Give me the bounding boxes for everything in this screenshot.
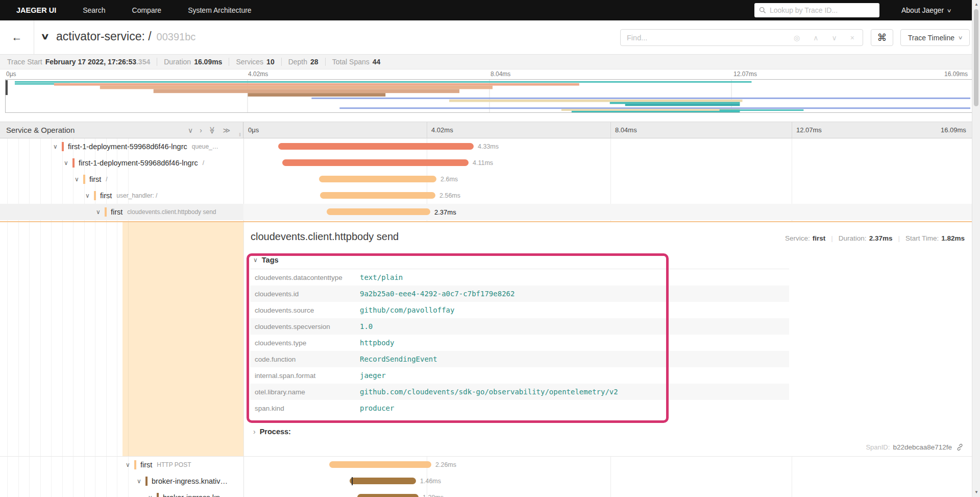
trace-view-label: Trace Timeline [908, 34, 954, 42]
span-row[interactable]: ∨ broker-ingress.knativ… 1.46ms [0, 473, 972, 489]
tag-row[interactable]: internal.span.formatjaeger [250, 367, 789, 384]
span-row[interactable]: ∨ first-1-deployment-59968d6f46-lngrc/ 4… [0, 155, 972, 171]
span-row[interactable]: ∨ first-1-deployment-59968d6f46-lngrcque… [0, 138, 972, 155]
link-icon[interactable] [956, 443, 964, 451]
keyboard-shortcuts-button[interactable]: ⌘ [871, 29, 893, 46]
tag-row[interactable]: code.functionRecordSendingEvent [250, 351, 789, 367]
span-duration: 1.28ms [423, 489, 444, 497]
service-label: Service: [785, 234, 810, 242]
column-resize-grip[interactable]: ‖ [239, 132, 241, 137]
service-color-chip [105, 207, 107, 217]
minimap-canvas[interactable] [5, 79, 974, 113]
collapse-chevron-icon[interactable]: ∨ [64, 155, 68, 171]
service-name: first [89, 175, 101, 183]
span-rows: ∨ first-1-deployment-59968d6f46-lngrcque… [0, 138, 972, 221]
collapse-chevron-icon[interactable]: ∨ [85, 187, 90, 204]
next-match-icon[interactable]: ∨ [832, 34, 837, 42]
tag-row[interactable]: cloudevents.id9a2b25a0-eee4-4292-a0c7-c7… [250, 286, 789, 302]
tag-row[interactable]: span.kindproducer [250, 400, 789, 416]
service-name: broker-ingress.knativ… [152, 477, 228, 485]
service-name: first [140, 461, 152, 469]
collapse-chevron-icon[interactable]: ∨ [53, 138, 58, 155]
nav-item-system-architecture[interactable]: System Architecture [188, 6, 252, 14]
trace-collapse-chevron-icon[interactable]: ∨ [40, 31, 50, 42]
span-id-label: SpanID: [866, 443, 890, 451]
service-name: first-1-deployment-59968d6f46-lngrc [68, 143, 187, 151]
column-divider [792, 122, 792, 138]
prev-match-icon[interactable]: ∧ [813, 34, 818, 42]
span-detail-meta: Service:first | Duration:2.37ms | Start … [785, 234, 965, 242]
span-bar[interactable] [319, 176, 436, 182]
tag-row[interactable]: otel.library.namegithub.com/cloudevents/… [250, 384, 789, 400]
process-section-header[interactable]: › Process: [253, 428, 291, 436]
service-operation-header: Service & Operation ∨ › ≫ ≫ ‖ [0, 122, 243, 138]
timeline-tick-3: 12.07ms [796, 122, 822, 138]
collapse-chevron-icon[interactable]: ∨ [148, 489, 153, 497]
collapse-chevron-icon[interactable]: ∨ [137, 473, 141, 489]
start-time-label: Start Time: [905, 234, 939, 242]
tag-value: 9a2b25a0-eee4-4292-a0c7-c7bf179e8262 [360, 290, 514, 298]
trace-id: 00391bc [157, 31, 196, 42]
scrollbar-down-icon[interactable]: ▼ [972, 490, 980, 494]
span-bar[interactable] [357, 494, 419, 497]
nav-item-compare[interactable]: Compare [132, 6, 162, 14]
service-color-chip [83, 175, 85, 184]
span-row[interactable]: ∨ broker-ingress.kn… 1.28ms [0, 489, 972, 497]
column-divider [610, 122, 611, 138]
operation-name: / [106, 176, 107, 183]
tags-section-header[interactable]: ∨ Tags [253, 256, 279, 264]
scrollbar-up-icon[interactable]: ▲ [972, 2, 980, 7]
scrollbar-thumb[interactable] [974, 9, 978, 106]
span-bar[interactable] [329, 461, 431, 468]
tag-key: code.function [250, 356, 360, 363]
trace-name: activator-service: / [56, 30, 152, 43]
depth-label: Depth [288, 58, 307, 66]
expand-one-icon[interactable]: › [200, 126, 202, 134]
duration-label: Duration [164, 58, 191, 66]
span-bar[interactable] [350, 478, 416, 484]
app-logo[interactable]: JAEGER UI [16, 6, 56, 14]
operation-name: queue_… [192, 143, 218, 150]
collapse-chevron-icon[interactable]: ∨ [75, 171, 79, 187]
trace-lookup-input[interactable] [770, 6, 875, 14]
service-color-chip [157, 493, 159, 497]
page-scrollbar[interactable]: ▲ ▼ [972, 0, 980, 497]
minimap-tick-0: 0μs [6, 70, 16, 78]
tags-table: cloudevents.datacontenttypetext/plain cl… [250, 269, 789, 416]
span-row[interactable]: ∨ firstHTTP POST 2.26ms [0, 457, 972, 473]
tag-value: httpbody [360, 339, 394, 347]
jaeger-trace-page: JAEGER UI Search Compare System Architec… [0, 0, 980, 497]
span-bar[interactable] [282, 159, 469, 166]
span-detail-panel: cloudevents.client.httpbody send Service… [243, 222, 972, 456]
focus-match-icon[interactable]: ◎ [794, 34, 800, 42]
trace-lookup-box[interactable] [754, 3, 879, 17]
back-button[interactable]: ← [8, 30, 26, 45]
span-bar[interactable] [320, 192, 435, 199]
nav-item-search[interactable]: Search [83, 6, 105, 14]
span-row[interactable]: ∨ first/ 2.6ms [0, 171, 972, 187]
tag-row[interactable]: cloudevents.sourcegithub/com/pavolloffay [250, 302, 789, 318]
find-input[interactable] [621, 34, 794, 42]
tag-row[interactable]: cloudevents.datacontenttypetext/plain [250, 269, 789, 286]
chevron-right-icon: › [253, 428, 256, 436]
span-row[interactable]: ∨ firstuser_handler: / 2.56ms [0, 187, 972, 204]
clear-find-icon[interactable]: × [850, 34, 854, 42]
tag-row[interactable]: cloudevents.specversion1.0 [250, 318, 789, 335]
service-name: broker-ingress.kn… [163, 493, 228, 497]
expand-all-icon[interactable]: ≫ [223, 126, 231, 134]
service-value: first [813, 234, 826, 242]
span-row-selected[interactable]: ∨ firstcloudevents.client.httpbody send … [0, 204, 972, 220]
collapse-all-icon[interactable]: ≫ [208, 126, 216, 134]
about-jaeger-menu[interactable]: About Jaeger ∨ [901, 0, 951, 20]
collapse-chevron-icon[interactable]: ∨ [96, 204, 101, 220]
summary-separator [325, 58, 326, 66]
collapse-chevron-icon[interactable]: ∨ [126, 457, 130, 473]
span-bar[interactable] [327, 208, 430, 215]
tag-row[interactable]: cloudevents.typehttpbody [250, 335, 789, 351]
tag-value: jaeger [360, 371, 386, 380]
collapse-one-icon[interactable]: ∨ [188, 126, 193, 134]
trace-minimap: 0μs 4.02ms 8.04ms 12.07ms 16.09ms [0, 70, 980, 116]
trace-view-dropdown[interactable]: Trace Timeline ∨ [900, 29, 970, 46]
span-bar[interactable] [278, 143, 474, 150]
trace-header: ← ∨ activator-service: /00391bc ◎ ∧ ∨ × … [0, 20, 980, 54]
